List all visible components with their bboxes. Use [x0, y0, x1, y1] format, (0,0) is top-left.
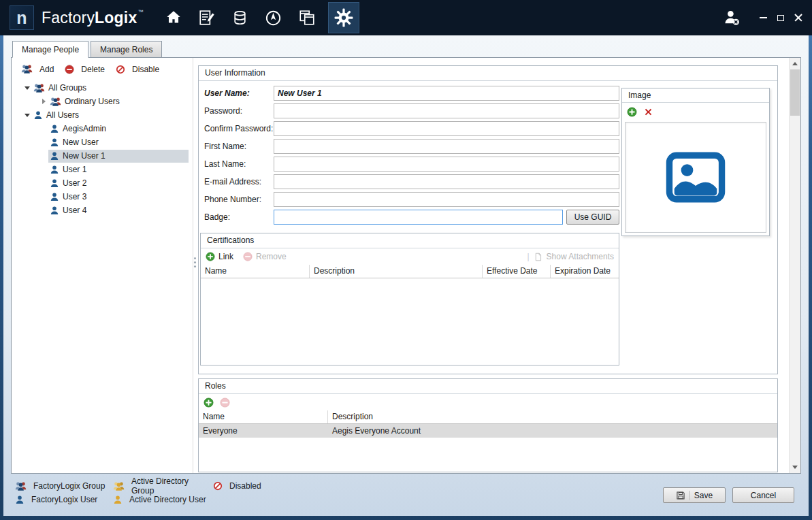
badge-input[interactable]: [274, 210, 563, 225]
scrollbar-thumb[interactable]: [790, 69, 800, 116]
close-button[interactable]: [794, 14, 802, 22]
first-name-input[interactable]: [274, 139, 619, 154]
certifications-box: Certifications Link Remove |: [200, 233, 619, 365]
first-name-label: First Name:: [204, 142, 274, 151]
titlebar-nav: [161, 0, 359, 35]
compass-icon: [264, 9, 282, 27]
expander-closed-icon[interactable]: [39, 95, 48, 108]
home-button[interactable]: [161, 4, 186, 31]
use-guid-button[interactable]: Use GUID: [566, 210, 619, 225]
tree-item-user-3[interactable]: User 3: [12, 190, 193, 204]
roles-title: Roles: [199, 379, 777, 394]
tree-item-label: User 4: [63, 206, 86, 215]
password-label: Password:: [204, 106, 274, 116]
image-panel: Image: [621, 88, 770, 236]
person-x-icon: [723, 9, 741, 27]
user-session-button[interactable]: [723, 9, 741, 27]
legend-disabled: Disabled: [213, 479, 261, 493]
tab-label: Manage Roles: [100, 45, 152, 54]
plus-circle-icon: [627, 107, 637, 117]
tab-manage-roles[interactable]: Manage Roles: [91, 41, 162, 58]
tab-label: Manage People: [22, 45, 79, 54]
role-row-everyone[interactable]: Everyone Aegis Everyone Account: [199, 424, 777, 438]
disable-button[interactable]: Disable: [116, 65, 159, 74]
people-toolbar: Add Delete Disable: [12, 58, 193, 79]
maximize-button[interactable]: [777, 15, 784, 21]
tab-manage-people[interactable]: Manage People: [12, 41, 88, 58]
titlebar: n FactoryLogix™: [0, 0, 812, 35]
scroll-down-button[interactable]: [790, 461, 800, 473]
tree-item-label: All Groups: [48, 83, 86, 93]
trademark: ™: [137, 9, 143, 15]
person-icon: [50, 178, 59, 188]
link-certification-button[interactable]: Link: [206, 252, 233, 261]
data-button[interactable]: [228, 4, 253, 31]
save-button[interactable]: Save: [663, 487, 726, 503]
tree-item-ordinary-users[interactable]: Ordinary Users: [12, 95, 193, 108]
column-header-description[interactable]: Description: [328, 410, 777, 423]
person-icon: [50, 206, 59, 215]
tree-item-user-2[interactable]: User 2: [12, 176, 193, 190]
splitter-grip: [194, 257, 196, 259]
email-input[interactable]: [274, 174, 619, 189]
cancel-button[interactable]: Cancel: [732, 487, 794, 503]
image-remove-button[interactable]: [643, 107, 653, 117]
home-icon: [165, 9, 182, 27]
tree-item-new-user-1[interactable]: New User 1: [12, 149, 193, 163]
group-icon: [33, 83, 45, 93]
maximize-icon: [777, 15, 784, 21]
remove-role-button[interactable]: [220, 397, 230, 408]
legend-active-directory-group: Active Directory Group: [113, 479, 213, 493]
column-header-description[interactable]: Description: [310, 265, 483, 278]
tree-item-all-users[interactable]: All Users: [12, 108, 193, 122]
production-button[interactable]: [195, 4, 219, 31]
add-button[interactable]: Add: [21, 64, 54, 74]
vertical-scrollbar[interactable]: [789, 58, 800, 473]
image-toolbar: [622, 103, 769, 120]
person-icon: [33, 110, 43, 120]
scroll-up-button[interactable]: [790, 58, 800, 69]
column-header-effective-date[interactable]: Effective Date: [483, 265, 551, 278]
add-role-button[interactable]: [204, 397, 214, 408]
password-input[interactable]: [274, 103, 619, 118]
factorylogix-user-icon: [15, 495, 25, 504]
minimize-button[interactable]: [760, 17, 767, 18]
factorylogix-group-icon: [15, 481, 27, 491]
legend-factorylogix-user: FactoryLogix User: [15, 493, 113, 506]
expander-open-icon[interactable]: [22, 108, 32, 122]
disabled-icon: [213, 481, 223, 491]
user-name-input[interactable]: [274, 86, 619, 101]
role-description: Aegis Everyone Account: [328, 426, 777, 436]
navigation-button[interactable]: [261, 4, 286, 31]
group-icon: [50, 97, 61, 107]
button-divider: [689, 491, 690, 500]
badge-label: Badge:: [204, 212, 274, 222]
person-icon: [50, 165, 59, 174]
tree-item-all-groups[interactable]: All Groups: [12, 81, 193, 95]
delete-button[interactable]: Delete: [65, 65, 105, 74]
users-tree: All Groups Ordinary Users: [12, 79, 193, 217]
icon-legend: FactoryLogix Group Active Directory Grou…: [15, 479, 261, 506]
column-header-name[interactable]: Name: [201, 265, 310, 278]
tree-item-aegisadmin[interactable]: AegisAdmin: [12, 122, 193, 135]
phone-input[interactable]: [274, 192, 619, 207]
tree-item-user-4[interactable]: User 4: [12, 204, 193, 217]
window-controls: [760, 14, 802, 22]
image-add-button[interactable]: [627, 107, 637, 117]
use-guid-label: Use GUID: [574, 212, 612, 222]
settings-button[interactable]: [328, 2, 359, 33]
tree-item-new-user[interactable]: New User: [12, 135, 193, 149]
documents-button[interactable]: [295, 4, 319, 31]
show-attachments-button[interactable]: | Show Attachments: [527, 252, 614, 261]
people-tree-pane: Add Delete Disable: [12, 58, 193, 473]
legend-label: Disabled: [229, 481, 261, 491]
column-header-expiration-date[interactable]: Expiration Date: [551, 265, 619, 278]
remove-certification-button[interactable]: Remove: [243, 252, 287, 261]
user-information-title: User Information: [199, 66, 777, 81]
last-name-input[interactable]: [274, 157, 619, 172]
certifications-title: Certifications: [201, 233, 619, 248]
column-header-name[interactable]: Name: [199, 410, 328, 423]
expander-open-icon[interactable]: [22, 81, 32, 95]
confirm-password-input[interactable]: [274, 121, 619, 136]
tree-item-user-1[interactable]: User 1: [12, 163, 193, 176]
